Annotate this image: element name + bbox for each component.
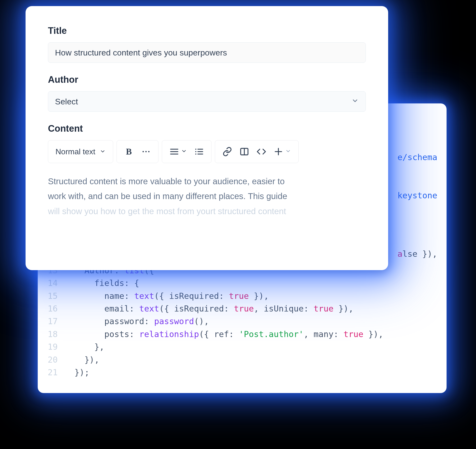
code-icon[interactable]: [256, 147, 266, 156]
line-number: 15: [38, 290, 64, 302]
code-line: 21 });: [38, 366, 437, 379]
code-line-body: name: text({ isRequired: true }),: [64, 290, 269, 302]
toolbar-paragraph-group: [162, 140, 211, 163]
content-line-faded: will show you how to get the most from y…: [48, 204, 366, 219]
code-line: 15 name: text({ isRequired: true }),: [38, 290, 437, 302]
line-number: 18: [38, 328, 64, 340]
svg-point-8: [195, 154, 196, 155]
columns-icon[interactable]: [239, 147, 249, 156]
list-icon[interactable]: [194, 147, 204, 156]
link-icon[interactable]: [222, 147, 232, 156]
code-line: 16 email: text({ isRequired: true, isUni…: [38, 302, 437, 315]
title-input[interactable]: How structured content gives you superpo…: [48, 42, 366, 63]
svg-point-1: [145, 151, 146, 152]
code-line-body: });: [64, 366, 89, 379]
bold-icon[interactable]: B: [124, 147, 134, 156]
line-number: 21: [38, 366, 64, 379]
code-line: 14 fields: {: [38, 277, 437, 289]
author-label: Author: [48, 74, 366, 85]
svg-point-7: [195, 151, 196, 152]
code-line: 19 },: [38, 340, 437, 353]
more-icon[interactable]: [141, 147, 151, 156]
line-number: 16: [38, 302, 64, 315]
author-select-placeholder: Select: [55, 97, 78, 106]
chevron-down-icon: [181, 148, 187, 155]
chevron-down-icon: [100, 147, 106, 156]
chevron-down-icon: [285, 148, 291, 155]
editor-panel: Title How structured content gives you s…: [26, 6, 388, 270]
chevron-down-icon: [351, 97, 359, 106]
plus-icon[interactable]: [274, 147, 283, 156]
code-lines: 13 Author: list({14 fields: {15 name: te…: [38, 264, 437, 379]
editor-toolbar: Normal text B: [48, 140, 366, 163]
code-line-body: },: [64, 340, 104, 353]
block-style-label: Normal text: [55, 147, 95, 156]
code-fragment-top: e/schema keystone: [397, 125, 437, 227]
content-editor[interactable]: Structured content is more valuable to y…: [48, 174, 366, 219]
svg-point-0: [142, 151, 144, 152]
code-line: 20 }),: [38, 353, 437, 366]
author-select[interactable]: Select: [48, 91, 366, 112]
code-line-body: posts: relationship({ ref: 'Post.author'…: [64, 328, 383, 340]
line-number: 19: [38, 340, 64, 353]
line-number: 14: [38, 277, 64, 289]
line-number: 20: [38, 353, 64, 366]
code-line-body: fields: {: [64, 277, 139, 289]
content-label: Content: [48, 123, 366, 134]
title-label: Title: [48, 26, 366, 36]
align-icon[interactable]: [169, 147, 179, 156]
code-fragment-line: keystone: [397, 189, 437, 202]
code-line-body: }),: [64, 353, 99, 366]
code-line: 17 password: password(),: [38, 315, 437, 328]
code-line-body: password: password(),: [64, 315, 209, 328]
svg-point-2: [148, 151, 149, 152]
toolbar-insert-group: [215, 140, 299, 163]
code-fragment-line: e/schema: [397, 151, 437, 164]
title-input-value: How structured content gives you superpo…: [55, 48, 227, 57]
code-line: 18 posts: relationship({ ref: 'Post.auth…: [38, 328, 437, 340]
svg-point-6: [195, 149, 196, 150]
code-line-body: email: text({ isRequired: true, isUnique…: [64, 302, 353, 315]
content-line: Structured content is more valuable to y…: [48, 174, 366, 189]
toolbar-format-group: B: [117, 140, 158, 163]
toolbar-block-style[interactable]: Normal text: [48, 140, 113, 163]
content-line: work with, and can be used in many diffe…: [48, 189, 366, 203]
line-number: 17: [38, 315, 64, 328]
